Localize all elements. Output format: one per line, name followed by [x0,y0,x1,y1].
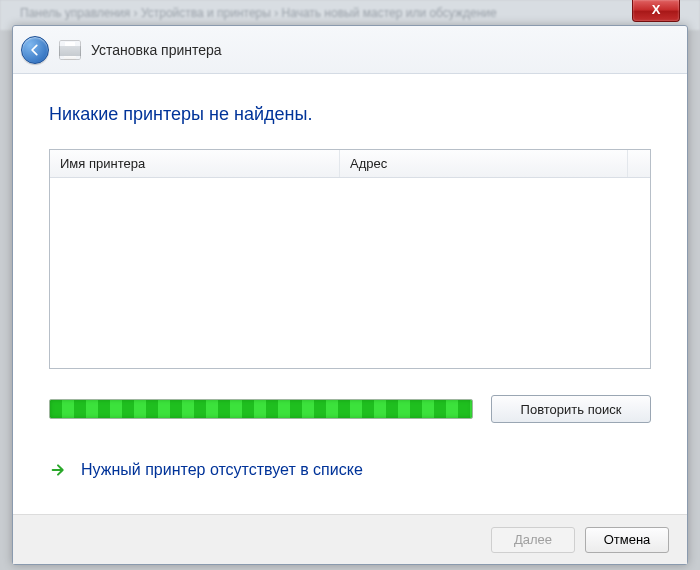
wizard-title: Установка принтера [91,42,222,58]
column-header-address[interactable]: Адрес [340,150,628,177]
column-header-name[interactable]: Имя принтера [50,150,340,177]
printer-list[interactable]: Имя принтера Адрес [49,149,651,369]
next-button: Далее [491,527,575,553]
progress-fill [50,400,472,418]
arrow-left-icon [28,43,42,57]
arrow-right-icon [49,461,67,479]
printer-not-listed-link[interactable]: Нужный принтер отсутствует в списке [49,461,651,479]
wizard-header: Установка принтера [13,26,687,74]
search-again-button[interactable]: Повторить поиск [491,395,651,423]
printer-icon [59,40,81,60]
add-printer-wizard: Установка принтера Никакие принтеры не н… [12,25,688,565]
printer-not-listed-label: Нужный принтер отсутствует в списке [81,461,363,479]
wizard-body: Никакие принтеры не найдены. Имя принтер… [13,74,687,514]
window-close-button[interactable]: X [632,0,680,22]
progress-row: Повторить поиск [49,395,651,423]
cancel-button[interactable]: Отмена [585,527,669,553]
page-heading: Никакие принтеры не найдены. [49,104,651,125]
list-header: Имя принтера Адрес [50,150,650,178]
column-header-spacer [628,150,650,177]
wizard-footer: Далее Отмена [13,514,687,564]
back-button[interactable] [21,36,49,64]
search-progress-bar [49,399,473,419]
